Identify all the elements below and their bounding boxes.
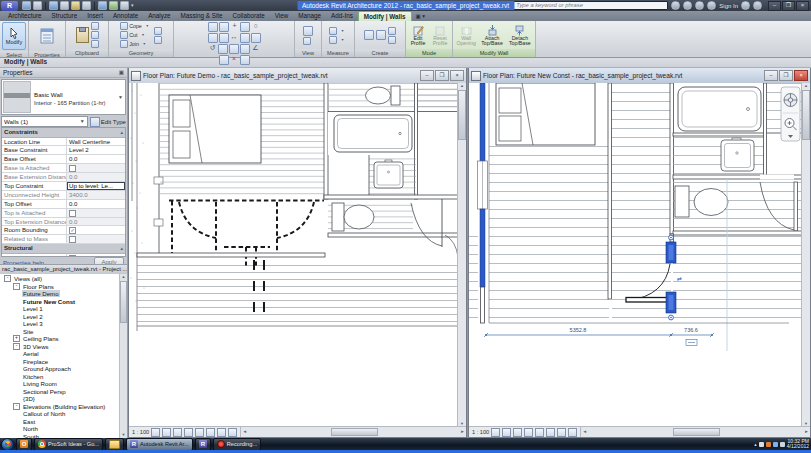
start-button[interactable]: [1, 438, 14, 451]
scroll-right-icon[interactable]: ►: [803, 427, 810, 437]
edit-profile-button[interactable]: Edit Profile: [408, 24, 428, 47]
partition-wall[interactable]: [324, 83, 328, 199]
crop-region-icon[interactable]: [546, 428, 555, 437]
view-close-button[interactable]: ×: [450, 70, 464, 81]
panel-label-view[interactable]: View: [295, 49, 321, 57]
cut-geometry-icon[interactable]: [120, 31, 128, 39]
qat-icon-6[interactable]: [98, 1, 107, 10]
join-label[interactable]: Join: [129, 41, 139, 47]
collapse-icon[interactable]: -: [13, 403, 20, 410]
property-checkbox[interactable]: [69, 210, 76, 217]
tree-item-kitchen[interactable]: Kitchen: [0, 373, 120, 381]
type-selector[interactable]: Basic Wall Interior - 165 Partition (1-h…: [1, 79, 126, 115]
volume-icon[interactable]: [780, 442, 785, 447]
dimension-dropdown-icon[interactable]: ▾: [338, 36, 347, 44]
tree-item-level-3[interactable]: Level 3: [0, 320, 120, 328]
vertical-scrollbar[interactable]: ▲ ▼: [801, 83, 810, 427]
property-value[interactable]: 0.0: [67, 200, 125, 208]
tree-item-future-demo[interactable]: Future Demo: [0, 290, 120, 298]
sun-path-icon[interactable]: [173, 428, 182, 437]
bathtub[interactable]: [334, 115, 412, 152]
cut-dropdown-icon[interactable]: ▾: [138, 31, 147, 39]
measure-dropdown-icon[interactable]: ▾: [338, 27, 347, 35]
bathtub[interactable]: [678, 87, 761, 131]
property-value[interactable]: ✓: [67, 226, 125, 234]
taskbar-button-revit-4[interactable]: R: [195, 438, 211, 451]
qat-icon-2[interactable]: [49, 1, 58, 10]
steering-wheel-icon[interactable]: [784, 94, 797, 107]
floor-plan-future-demo[interactable]: [129, 83, 458, 427]
property-value[interactable]: 0.0: [67, 173, 125, 181]
ribbon-tab-add-ins[interactable]: Add-Ins: [326, 11, 358, 21]
tree-item-views-all-[interactable]: -Views (all): [0, 275, 120, 283]
collapse-icon[interactable]: -: [4, 275, 11, 282]
exchange-apps-icon[interactable]: [741, 1, 750, 10]
window-symbol-2[interactable]: [154, 219, 163, 226]
modify-tool-icon-8[interactable]: [240, 33, 250, 43]
modify-tool-icon-2[interactable]: +: [230, 22, 239, 32]
property-checkbox[interactable]: [69, 236, 76, 243]
property-value[interactable]: [67, 164, 125, 172]
qat-icon-5[interactable]: [82, 1, 91, 10]
application-menu-button[interactable]: R: [1, 1, 18, 11]
property-value[interactable]: Level 2: [67, 146, 125, 154]
tree-item-elevations-building-elevation-[interactable]: -Elevations (Building Elevation): [0, 403, 120, 411]
create-similar-icon[interactable]: [388, 36, 396, 44]
door-swing-bath[interactable]: [411, 199, 458, 257]
project-browser-scrollbar[interactable]: ▲ ▼: [119, 274, 127, 438]
scrollbar-thumb[interactable]: [120, 281, 127, 323]
element-filter-combobox[interactable]: Walls (1) ▼: [1, 116, 88, 127]
favorites-icon[interactable]: [707, 1, 716, 10]
hide-elements-icon[interactable]: [303, 37, 311, 45]
tree-item-level-1[interactable]: Level 1: [0, 305, 120, 313]
ribbon-tab-manage[interactable]: Manage: [293, 11, 326, 21]
dimension-value-main[interactable]: 5352.8: [570, 327, 587, 333]
shadows-icon[interactable]: [184, 428, 193, 437]
scale-button[interactable]: 1 : 100: [132, 429, 149, 435]
temporary-hide-icon[interactable]: [217, 428, 226, 437]
selected-exterior-wall[interactable]: [478, 83, 488, 323]
property-checkbox[interactable]: ✓: [69, 227, 76, 234]
measure-icon[interactable]: [329, 27, 337, 35]
ribbon-tab-analyze[interactable]: Analyze: [143, 11, 175, 21]
show-hidden-icons-icon[interactable]: ▴: [754, 441, 757, 447]
property-value[interactable]: Up to level: Le...: [67, 182, 125, 190]
create-parts-icon[interactable]: [388, 27, 396, 35]
modify-tool-icon-9[interactable]: [251, 33, 261, 43]
drawing-canvas-future-new-const[interactable]: ⇄ 5352.8 736.6: [469, 83, 802, 427]
property-value[interactable]: 0.0: [67, 155, 125, 163]
properties-palette-header[interactable]: Properties ▣: [0, 67, 127, 78]
taskbar-button-outlook-0[interactable]: O: [16, 438, 32, 451]
ribbon-tab-annotate[interactable]: Annotate: [108, 11, 143, 21]
ribbon-tab-massing-site[interactable]: Massing & Site: [176, 11, 228, 21]
tree-item-callout-of-north[interactable]: Callout of North: [0, 410, 120, 418]
scroll-left-icon[interactable]: ◄: [241, 427, 248, 437]
restore-button[interactable]: ❒: [782, 1, 795, 11]
qat-icon-1[interactable]: [33, 1, 42, 10]
tree-item-ground-approach[interactable]: Ground Approach: [0, 365, 120, 373]
section-collapse-icon[interactable]: ▴: [120, 244, 123, 253]
crop-region-icon[interactable]: [206, 428, 215, 437]
action-center-icon[interactable]: [759, 442, 764, 447]
tree-item-site[interactable]: Site: [0, 328, 120, 336]
scroll-up-icon[interactable]: ▲: [120, 274, 127, 280]
ribbon-tab-insert[interactable]: Insert: [82, 11, 108, 21]
close-button[interactable]: ×: [796, 1, 809, 11]
modify-tool-icon-5[interactable]: [208, 33, 218, 43]
ribbon-tab-architecture[interactable]: Architecture: [3, 11, 47, 21]
vertical-scrollbar[interactable]: ▲ ▼: [457, 83, 466, 427]
modify-tool-icon-6[interactable]: [219, 33, 229, 43]
panel-label-select[interactable]: Select: [0, 51, 28, 57]
panel-label-mode[interactable]: Mode: [406, 49, 452, 57]
tree-item-3d-views[interactable]: -3D Views: [0, 343, 120, 351]
cut-geometry-label[interactable]: Cut: [129, 32, 137, 38]
view-graphics-icon[interactable]: [303, 26, 313, 36]
cope-dropdown-icon[interactable]: ▾: [143, 22, 152, 30]
qat-icon-8[interactable]: [120, 1, 129, 10]
tree-item-fireplace[interactable]: Fireplace: [0, 358, 120, 366]
property-checkbox[interactable]: [69, 165, 76, 172]
sign-in-button[interactable]: Sign In: [719, 3, 738, 9]
demolish-icon[interactable]: [154, 36, 162, 44]
ribbon-tab-structure[interactable]: Structure: [47, 11, 83, 21]
taskbar-button-rec-5[interactable]: Recording...: [213, 438, 261, 451]
